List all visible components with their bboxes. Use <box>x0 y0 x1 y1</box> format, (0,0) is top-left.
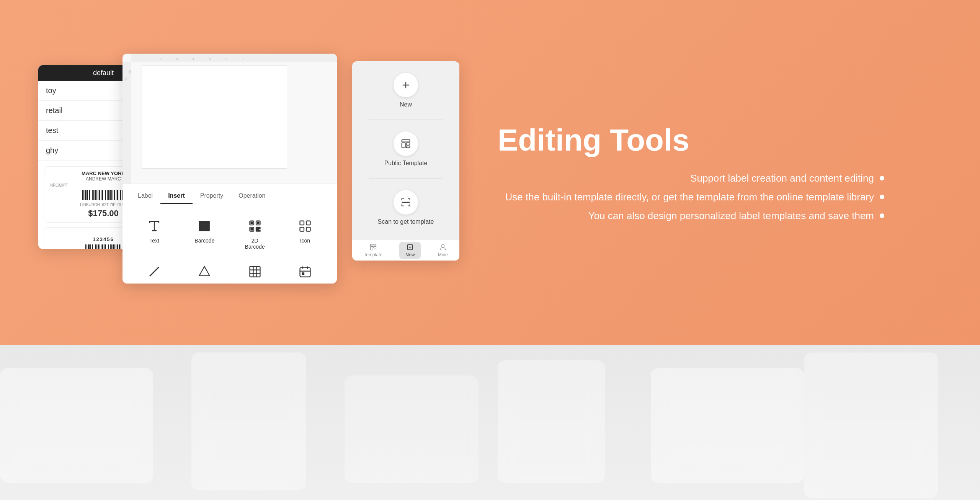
tab-property[interactable]: Property <box>193 189 231 204</box>
svg-point-100 <box>441 244 444 247</box>
svg-rect-15 <box>104 190 104 200</box>
svg-rect-74 <box>300 227 304 231</box>
nav-template[interactable]: Template <box>358 242 389 259</box>
blur-shape-6 <box>804 352 938 498</box>
svg-rect-24 <box>117 190 118 200</box>
svg-rect-46 <box>108 244 109 249</box>
nav-new-label: New <box>405 252 415 257</box>
svg-rect-13 <box>101 190 101 200</box>
tool-text[interactable]: Text <box>130 212 178 256</box>
svg-rect-16 <box>105 190 106 200</box>
svg-rect-72 <box>300 221 304 225</box>
svg-rect-71 <box>259 230 260 231</box>
section-title: Editing Tools <box>498 123 884 157</box>
svg-rect-7 <box>92 190 93 200</box>
divider-2 <box>369 178 443 179</box>
ruler-marks-h: 1 2 3 4 5 6 7 <box>139 54 337 62</box>
svg-rect-52 <box>117 244 118 249</box>
tool-shape[interactable]: Shape <box>180 257 229 284</box>
new-label: New <box>400 101 412 108</box>
tab-operation[interactable]: Operation <box>231 189 273 204</box>
svg-rect-36 <box>94 244 94 249</box>
svg-rect-57 <box>203 221 204 231</box>
ruler-horizontal: 1 2 3 4 5 6 7 <box>131 54 337 62</box>
tool-icon-label: Icon <box>300 238 310 244</box>
template-nav-icon <box>369 243 377 251</box>
svg-rect-31 <box>87 244 87 249</box>
2d-barcode-icon <box>247 218 263 234</box>
scan-label: Scan to get template <box>378 218 434 225</box>
main-section: default toy retail test ghy MARC NEW YOR… <box>0 0 980 345</box>
tool-line[interactable]: Line <box>130 257 178 284</box>
tool-icon[interactable]: Icon <box>281 212 329 256</box>
feature-item-1: Support label creation and content editi… <box>498 172 884 184</box>
nav-new[interactable]: New <box>399 242 421 259</box>
svg-rect-70 <box>256 229 258 231</box>
svg-rect-86 <box>302 273 304 275</box>
public-template-label: Public Template <box>384 160 428 167</box>
tool-table-label: Table <box>248 283 261 284</box>
tab-label[interactable]: Label <box>130 189 160 204</box>
svg-rect-55 <box>199 221 201 231</box>
svg-rect-53 <box>119 244 120 249</box>
svg-rect-5 <box>89 190 90 200</box>
feature-text-1: Support label creation and content editi… <box>690 172 874 184</box>
line-icon <box>146 263 163 280</box>
svg-rect-77 <box>250 267 260 277</box>
svg-rect-43 <box>104 244 105 249</box>
svg-rect-4 <box>87 190 88 200</box>
svg-rect-10 <box>96 190 97 200</box>
tool-barcode[interactable]: Barcode <box>180 212 229 256</box>
nav-mine[interactable]: Mine <box>432 242 454 259</box>
blur-shape-5 <box>651 368 804 483</box>
tool-line-label: Line <box>149 283 159 284</box>
svg-rect-21 <box>113 190 113 200</box>
svg-rect-26 <box>120 190 121 200</box>
tool-barcode-label: Barcode <box>194 238 214 244</box>
svg-rect-69 <box>258 227 260 228</box>
blur-shape-3 <box>345 375 479 483</box>
canvas-workspace[interactable] <box>142 65 287 169</box>
svg-rect-66 <box>257 222 259 224</box>
tool-date[interactable]: Date <box>281 257 329 284</box>
new-nav-icon <box>406 243 414 251</box>
svg-rect-40 <box>100 244 100 249</box>
svg-rect-41 <box>101 244 101 249</box>
svg-rect-89 <box>402 140 410 142</box>
svg-rect-44 <box>105 244 106 249</box>
feature-text-3: You can also design personalized label t… <box>588 210 874 222</box>
blur-shape-4 <box>498 360 605 483</box>
text-content: Editing Tools Support label creation and… <box>459 123 942 222</box>
scan-icon <box>400 197 411 208</box>
svg-rect-1 <box>83 190 84 200</box>
tool-table[interactable]: Table <box>231 257 279 284</box>
barcode-svg: /* barcode bars */ <box>80 189 126 201</box>
tool-text-label: Text <box>149 238 159 244</box>
svg-rect-60 <box>207 221 208 231</box>
svg-rect-49 <box>113 244 114 249</box>
tool-2d-barcode[interactable]: 2DBarcode <box>231 212 279 256</box>
template-public[interactable]: Public Template <box>384 131 428 167</box>
svg-rect-14 <box>102 190 103 200</box>
nr-label: NR102/PT <box>50 183 68 187</box>
svg-rect-59 <box>206 221 207 231</box>
svg-rect-33 <box>89 244 90 249</box>
svg-rect-75 <box>306 227 310 231</box>
template-new[interactable]: New <box>394 73 418 108</box>
template-scan[interactable]: Scan to get template <box>378 190 434 225</box>
svg-rect-68 <box>256 227 257 228</box>
tab-insert[interactable]: Insert <box>160 189 193 204</box>
tools-grid: Text Barco <box>122 204 337 284</box>
feature-item-3: You can also design personalized label t… <box>498 210 884 222</box>
svg-rect-47 <box>110 244 111 249</box>
bottom-nav: Template New Mine <box>352 239 459 261</box>
svg-rect-51 <box>116 244 116 249</box>
bullet-2 <box>880 195 884 199</box>
svg-rect-94 <box>370 244 376 246</box>
svg-rect-96 <box>373 246 376 248</box>
tool-2d-barcode-label: 2DBarcode <box>245 238 265 250</box>
svg-rect-58 <box>204 221 205 231</box>
svg-rect-19 <box>109 190 111 200</box>
scan-circle <box>394 190 418 215</box>
editor-canvas[interactable]: 1 2 3 4 5 6 7 35. 25. <box>122 54 337 184</box>
